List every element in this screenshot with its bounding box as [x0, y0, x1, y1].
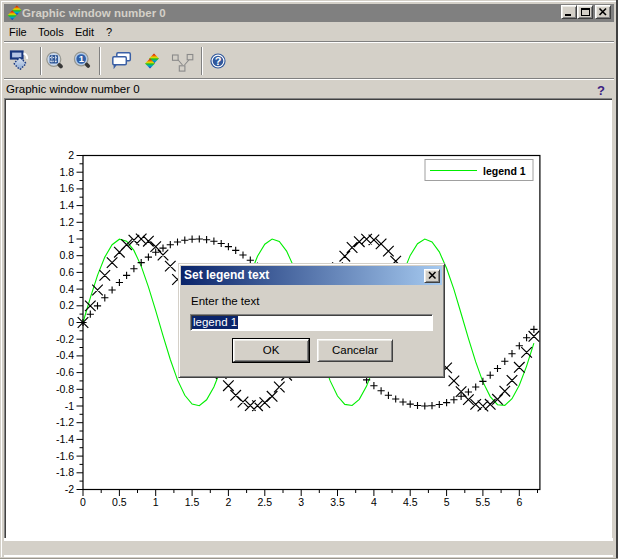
- svg-text:-0.6: -0.6: [56, 366, 74, 378]
- svg-text:-1.2: -1.2: [56, 416, 74, 428]
- svg-text:0.4: 0.4: [59, 283, 74, 295]
- svg-text:1: 1: [68, 233, 74, 245]
- svg-text:legend 1: legend 1: [483, 165, 526, 177]
- svg-text:1.5: 1.5: [185, 496, 200, 508]
- svg-text:-1.4: -1.4: [56, 433, 74, 445]
- svg-text:4.5: 4.5: [403, 496, 418, 508]
- svg-text:0.5: 0.5: [112, 496, 127, 508]
- svg-text:5.5: 5.5: [476, 496, 491, 508]
- svg-text:-0.8: -0.8: [56, 383, 74, 395]
- svg-text:-1.6: -1.6: [56, 450, 74, 462]
- svg-text:-2: -2: [65, 483, 74, 495]
- svg-text:0.8: 0.8: [59, 249, 74, 261]
- svg-text:0: 0: [80, 496, 86, 508]
- svg-text:0: 0: [68, 316, 74, 328]
- svg-text:1: 1: [153, 496, 159, 508]
- svg-text:0.6: 0.6: [59, 266, 74, 278]
- svg-text:2: 2: [225, 496, 231, 508]
- svg-text:1.8: 1.8: [59, 166, 74, 178]
- svg-text:0.2: 0.2: [59, 299, 74, 311]
- svg-text:-0.2: -0.2: [56, 333, 74, 345]
- svg-text:4: 4: [371, 496, 377, 508]
- svg-text:1.2: 1.2: [59, 216, 74, 228]
- svg-text:-0.4: -0.4: [56, 349, 74, 361]
- svg-text:1.4: 1.4: [59, 199, 74, 211]
- svg-text:3: 3: [298, 496, 304, 508]
- svg-text:5: 5: [444, 496, 450, 508]
- svg-text:-1: -1: [65, 400, 74, 412]
- svg-text:2: 2: [68, 149, 74, 161]
- svg-text:3.5: 3.5: [330, 496, 345, 508]
- svg-text:-1.8: -1.8: [56, 466, 74, 478]
- svg-text:6: 6: [516, 496, 522, 508]
- svg-text:2.5: 2.5: [257, 496, 272, 508]
- svg-text:1.6: 1.6: [59, 182, 74, 194]
